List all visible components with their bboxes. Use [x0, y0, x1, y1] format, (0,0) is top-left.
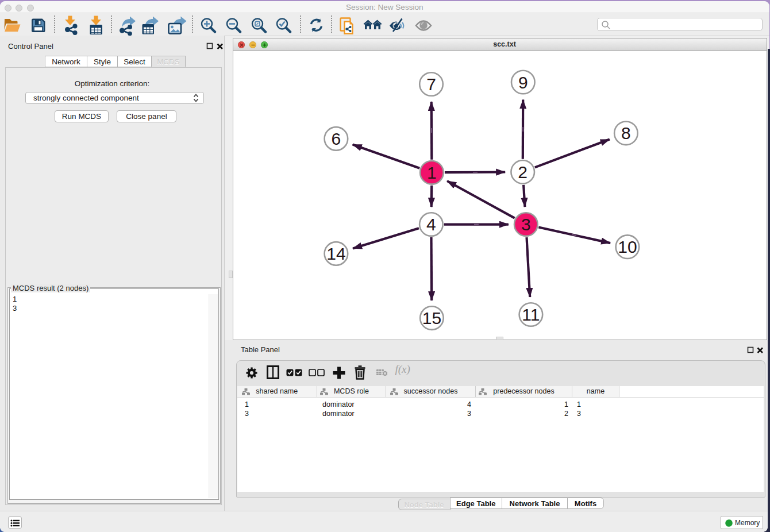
svg-text:8: 8 — [621, 124, 631, 142]
svg-text:11: 11 — [522, 305, 540, 324]
svg-text:14: 14 — [326, 244, 345, 263]
svg-text:9: 9 — [518, 73, 528, 92]
svg-text:1: 1 — [427, 163, 437, 182]
svg-text:6: 6 — [332, 129, 341, 148]
svg-text:2: 2 — [518, 163, 528, 182]
svg-text:10: 10 — [618, 237, 637, 256]
svg-text:4: 4 — [426, 215, 436, 234]
svg-text:3: 3 — [521, 215, 531, 234]
svg-text:15: 15 — [422, 309, 441, 327]
svg-text:7: 7 — [426, 75, 436, 94]
